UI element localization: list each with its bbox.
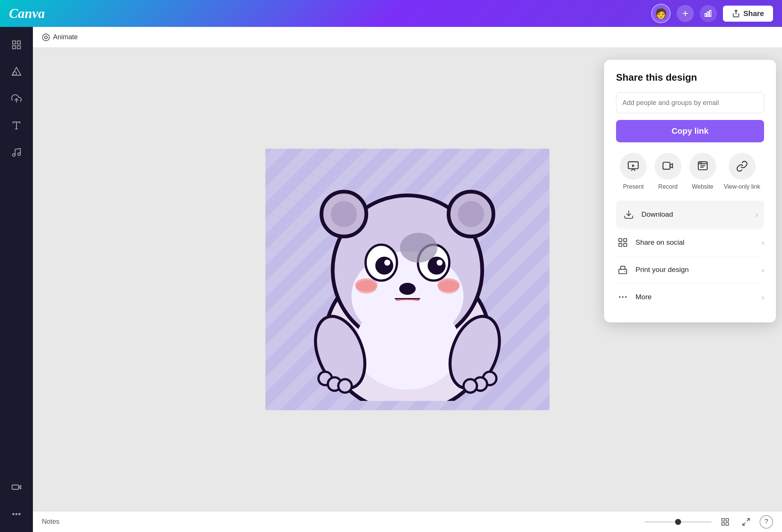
sidebar-item-audio[interactable] xyxy=(4,140,28,164)
layout-icon xyxy=(11,40,22,50)
download-icon xyxy=(624,209,634,220)
share-menu-print[interactable]: Print your design › xyxy=(616,256,764,283)
share-icon-present[interactable]: Present xyxy=(620,153,647,190)
sidebar-item-more[interactable] xyxy=(4,502,28,526)
more-menu-icon xyxy=(616,290,629,304)
bear-illustration xyxy=(265,149,549,410)
share-button[interactable]: Share xyxy=(723,6,773,22)
download-chevron: › xyxy=(755,210,758,219)
svg-point-32 xyxy=(384,260,390,266)
svg-point-39 xyxy=(355,300,460,390)
upload-icon xyxy=(11,93,22,104)
svg-point-38 xyxy=(400,233,437,263)
print-icon xyxy=(618,265,628,275)
sidebar-item-layout[interactable] xyxy=(4,33,28,57)
fullscreen-button[interactable] xyxy=(739,514,754,529)
social-menu-icon xyxy=(616,236,629,249)
svg-point-20 xyxy=(43,34,49,40)
share-menu-social[interactable]: Share on social › xyxy=(616,229,764,256)
zoom-slider[interactable] xyxy=(644,521,712,523)
fullscreen-icon xyxy=(742,517,751,526)
social-label: Share on social xyxy=(635,238,755,247)
notes-button[interactable]: Notes xyxy=(42,518,59,526)
svg-point-72 xyxy=(625,296,626,298)
canvas-toolbar: Animate xyxy=(33,27,782,48)
record-icon-circle xyxy=(655,153,681,180)
sidebar-item-upload[interactable] xyxy=(4,87,28,111)
elements-icon xyxy=(11,66,22,77)
social-share-icon xyxy=(618,237,628,248)
svg-point-44 xyxy=(338,379,352,393)
website-icon xyxy=(697,160,709,172)
svg-rect-15 xyxy=(12,485,19,489)
svg-point-19 xyxy=(19,513,20,515)
main-layout: Animate xyxy=(0,27,782,532)
email-input[interactable] xyxy=(616,92,764,113)
svg-point-31 xyxy=(375,257,393,275)
svg-point-17 xyxy=(13,513,14,515)
svg-point-71 xyxy=(622,296,624,298)
more-chevron: › xyxy=(761,293,764,301)
analytics-button[interactable] xyxy=(700,5,717,22)
svg-point-18 xyxy=(16,513,17,515)
animate-icon xyxy=(42,33,50,41)
link-icon xyxy=(736,160,748,172)
share-menu-more[interactable]: More › xyxy=(616,283,764,310)
svg-rect-50 xyxy=(722,519,724,521)
animate-button[interactable]: Animate xyxy=(42,33,78,41)
canva-logo: Canva xyxy=(9,6,45,21)
share-icon-view-only-link[interactable]: View-only link xyxy=(724,153,760,190)
svg-rect-64 xyxy=(619,239,622,242)
sidebar-item-elements[interactable] xyxy=(4,60,28,84)
sidebar-item-video[interactable] xyxy=(4,475,28,499)
record-label: Record xyxy=(658,183,678,190)
website-label: Website xyxy=(692,183,714,190)
download-menu-icon xyxy=(622,208,635,221)
text-icon xyxy=(11,120,22,131)
header: Canva 🧑 + Share xyxy=(0,0,782,27)
print-label: Print your design xyxy=(635,266,755,274)
svg-rect-51 xyxy=(726,519,729,521)
fit-screen-button[interactable] xyxy=(718,514,733,529)
print-chevron: › xyxy=(761,266,764,274)
sidebar-item-text[interactable] xyxy=(4,114,28,137)
svg-point-47 xyxy=(464,379,477,393)
svg-rect-2 xyxy=(709,10,711,16)
svg-rect-52 xyxy=(722,523,724,525)
svg-rect-68 xyxy=(619,269,627,274)
share-icon-record[interactable]: Record xyxy=(655,153,681,190)
user-avatar[interactable]: 🧑 xyxy=(651,4,671,23)
share-icon-website[interactable]: Website xyxy=(689,153,716,190)
copy-link-button[interactable]: Copy link xyxy=(616,120,764,142)
share-panel: Share this design Copy link Present xyxy=(604,60,776,322)
video-icon xyxy=(11,482,22,492)
social-chevron: › xyxy=(761,238,764,247)
svg-point-34 xyxy=(437,260,443,266)
svg-point-61 xyxy=(699,162,701,163)
print-menu-icon xyxy=(616,263,629,276)
svg-rect-1 xyxy=(707,12,709,16)
svg-point-48 xyxy=(356,280,377,294)
present-label: Present xyxy=(623,183,644,190)
share-icon xyxy=(732,9,740,18)
present-icon-circle xyxy=(620,153,647,180)
fit-screen-icon xyxy=(721,517,730,526)
help-button[interactable]: ? xyxy=(760,515,773,529)
more-dots-icon xyxy=(11,509,22,519)
svg-point-35 xyxy=(399,283,416,295)
svg-line-55 xyxy=(743,523,745,525)
website-icon-circle xyxy=(689,153,716,180)
download-label: Download xyxy=(641,210,749,219)
share-menu-download[interactable]: Download › xyxy=(616,201,764,228)
add-button[interactable]: + xyxy=(677,5,694,22)
svg-rect-66 xyxy=(619,243,622,246)
svg-point-21 xyxy=(44,36,47,38)
svg-point-13 xyxy=(13,154,15,157)
zoom-slider-container xyxy=(644,521,712,523)
design-canvas xyxy=(265,149,549,410)
svg-point-25 xyxy=(331,201,357,227)
svg-rect-0 xyxy=(705,13,706,16)
record-icon xyxy=(662,160,674,172)
svg-rect-53 xyxy=(726,523,729,525)
svg-point-27 xyxy=(458,201,484,227)
